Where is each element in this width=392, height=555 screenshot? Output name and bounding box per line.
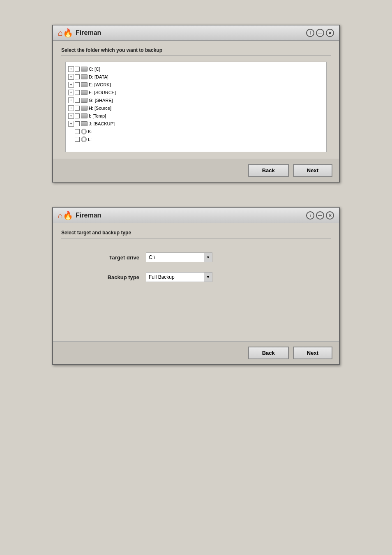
minimize-button-2[interactable]: — <box>316 211 324 220</box>
checkbox-f[interactable] <box>75 90 80 95</box>
app-logo-2: ⌂🔥 <box>58 211 73 220</box>
info-button-2[interactable]: i <box>306 211 314 220</box>
minimize-button-1[interactable]: — <box>316 29 324 37</box>
hdd-icon-c <box>81 67 88 72</box>
window-controls-2: i — ✕ <box>306 211 334 220</box>
window-select-folder: ⌂🔥 Fireman i — ✕ Select the folder which… <box>52 25 340 183</box>
cd-icon-l <box>81 136 87 142</box>
tree-label-l: L: <box>88 137 92 142</box>
checkbox-d[interactable] <box>75 74 80 79</box>
tree-label-c: C: [C] <box>89 67 100 72</box>
tree-label-f: F: [SOURCE] <box>89 90 116 95</box>
window-body-2: Select target and backup type Target dri… <box>53 223 339 341</box>
target-drive-select-wrapper[interactable]: C:\ D:\ E:\ F:\ ▼ <box>146 252 212 262</box>
section-title-2: Select target and backup type <box>61 230 331 238</box>
back-button-1[interactable]: Back <box>248 164 289 177</box>
app-name-1: Fireman <box>76 29 101 37</box>
expand-h[interactable]: + <box>68 105 74 111</box>
app-logo-1: ⌂🔥 <box>58 29 73 37</box>
form-area: Target drive C:\ D:\ E:\ F:\ ▼ Backup ty… <box>61 244 331 335</box>
title-bar-left-2: ⌂🔥 Fireman <box>58 211 101 220</box>
tree-item-j[interactable]: + J: [BACKUP] <box>68 120 324 127</box>
checkbox-l[interactable] <box>75 137 80 142</box>
expand-j[interactable]: + <box>68 121 74 127</box>
close-button-1[interactable]: ✕ <box>326 29 334 37</box>
tree-item-k[interactable]: K: <box>68 128 324 135</box>
backup-type-row: Backup type Full Backup Incremental Diff… <box>65 272 327 282</box>
checkbox-j[interactable] <box>75 121 80 126</box>
info-button-1[interactable]: i <box>306 29 314 37</box>
checkbox-c[interactable] <box>75 67 80 72</box>
tree-item-d[interactable]: + D: [DATA] <box>68 73 324 81</box>
next-button-2[interactable]: Next <box>293 347 332 359</box>
app-name-2: Fireman <box>76 212 101 219</box>
tree-label-j: J: [BACKUP] <box>89 121 115 126</box>
hdd-icon-j <box>81 121 88 126</box>
checkbox-e[interactable] <box>75 82 80 87</box>
hdd-icon-h <box>81 106 88 111</box>
backup-type-label: Backup type <box>90 274 139 280</box>
target-drive-row: Target drive C:\ D:\ E:\ F:\ ▼ <box>65 252 327 262</box>
expand-c[interactable]: + <box>68 66 74 72</box>
target-drive-arrow: ▼ <box>204 253 212 262</box>
checkbox-h[interactable] <box>75 106 80 111</box>
back-button-2[interactable]: Back <box>248 347 289 359</box>
target-drive-select[interactable]: C:\ D:\ E:\ F:\ <box>146 253 204 261</box>
close-button-2[interactable]: ✕ <box>326 211 334 220</box>
hdd-icon-g <box>81 98 88 103</box>
title-bar-left-1: ⌂🔥 Fireman <box>58 29 101 37</box>
tree-label-i: I: [Temp] <box>89 113 106 118</box>
next-button-1[interactable]: Next <box>293 164 332 177</box>
window-controls-1: i — ✕ <box>306 29 334 37</box>
expand-g[interactable]: + <box>68 97 74 103</box>
title-bar-2: ⌂🔥 Fireman i — ✕ <box>53 208 339 223</box>
expand-f[interactable]: + <box>68 90 74 95</box>
tree-label-h: H: [Source] <box>89 106 111 111</box>
expand-i[interactable]: + <box>68 113 74 119</box>
tree-item-l[interactable]: L: <box>68 136 324 143</box>
expand-e[interactable]: + <box>68 82 74 88</box>
expand-d[interactable]: + <box>68 74 74 80</box>
tree-item-f[interactable]: + F: [SOURCE] <box>68 89 324 96</box>
hdd-icon-i <box>81 113 88 118</box>
tree-label-e: E: [WORK] <box>89 82 111 87</box>
checkbox-g[interactable] <box>75 98 80 103</box>
tree-item-i[interactable]: + I: [Temp] <box>68 112 324 120</box>
footer-bar-1: Back Next <box>53 159 339 182</box>
target-drive-label: Target drive <box>90 254 139 261</box>
tree-label-g: G: [SHARE] <box>89 98 113 103</box>
tree-item-c[interactable]: + C: [C] <box>68 65 324 73</box>
checkbox-i[interactable] <box>75 113 80 118</box>
backup-type-arrow: ▼ <box>204 273 212 282</box>
window-select-target: ⌂🔥 Fireman i — ✕ Select target and backu… <box>52 207 340 365</box>
backup-type-select[interactable]: Full Backup Incremental Differential <box>146 273 204 281</box>
section-title-1: Select the folder which you want to back… <box>61 47 331 56</box>
tree-item-e[interactable]: + E: [WORK] <box>68 81 324 88</box>
checkbox-k[interactable] <box>75 129 80 134</box>
window-body-1: Select the folder which you want to back… <box>53 41 339 159</box>
hdd-icon-f <box>81 90 88 95</box>
footer-bar-2: Back Next <box>53 341 339 364</box>
folder-tree[interactable]: + C: [C] + D: [DATA] + E: [WORK] + <box>65 62 327 152</box>
tree-label-d: D: [DATA] <box>89 74 108 79</box>
hdd-icon-e <box>81 82 88 87</box>
hdd-icon-d <box>81 74 88 79</box>
tree-item-g[interactable]: + G: [SHARE] <box>68 97 324 104</box>
title-bar-1: ⌂🔥 Fireman i — ✕ <box>53 25 339 41</box>
cd-icon-k <box>81 129 87 134</box>
backup-type-select-wrapper[interactable]: Full Backup Incremental Differential ▼ <box>146 272 212 282</box>
tree-label-k: K: <box>88 129 92 134</box>
tree-item-h[interactable]: + H: [Source] <box>68 104 324 112</box>
